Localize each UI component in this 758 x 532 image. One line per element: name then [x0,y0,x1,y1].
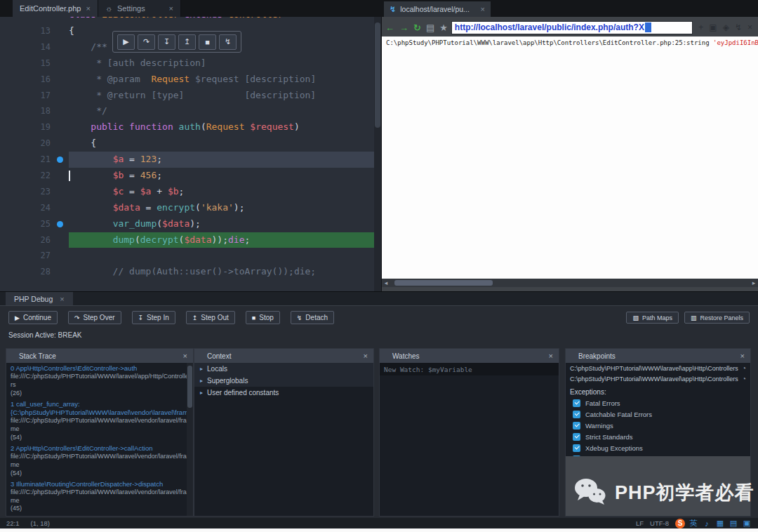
scroll-right-icon[interactable]: ▸ [750,279,758,286]
checkbox-checked[interactable] [573,422,580,430]
lightning-icon[interactable]: ↯ [735,22,742,32]
code-line[interactable]: 18 */ [0,103,381,119]
stop-button[interactable]: ■Stop [246,311,280,324]
breakpoint-gutter[interactable] [51,103,69,119]
continue-button[interactable]: ▶Continue [8,311,58,324]
context-item[interactable]: ▸User defined constants [194,387,373,399]
scrollbar-thumb[interactable] [375,22,380,128]
breakpoint-gutter[interactable] [51,135,69,152]
ime-language-icon[interactable]: 英 [689,519,698,528]
exception-row[interactable]: Xdebug Exceptions [566,442,750,453]
detach-button[interactable]: ↯ [219,34,237,50]
stack-frame[interactable]: 3 Illuminate\Routing\ControllerDispatche… [6,479,193,514]
tab-browser[interactable]: ↯ localhost/laravel/pu... × [384,1,491,17]
breakpoint-gutter[interactable] [51,152,69,168]
code-line[interactable]: 16 * @param Request $request [descriptio… [0,72,381,88]
stack-frame[interactable]: 4 Illuminate\Routing\Route->runControlle… [6,514,193,516]
breakpoint-file-row[interactable]: C:\phpStudy\PHPTutorial\WWW\laravel\app\… [566,373,750,384]
breakpoint-file-row[interactable]: C:\phpStudy\PHPTutorial\WWW\laravel\app\… [566,363,750,373]
refresh-icon[interactable]: ↻ [413,22,421,33]
detach-button[interactable]: ↯Detach [291,311,334,324]
breakpoint-gutter[interactable] [51,23,69,39]
sogou-input-icon[interactable]: S [675,519,685,528]
close-icon[interactable]: × [481,5,485,13]
step-into-button[interactable]: ↧ [158,34,175,50]
step-over-button[interactable]: ↷ [138,34,155,50]
tab-editcontroller-php[interactable]: EditController.php × [13,0,98,17]
star-icon[interactable]: ★ [439,22,448,33]
code-editor[interactable]: class EditController extends Controller … [0,17,381,291]
step-in-button[interactable]: ↧Step In [132,311,175,324]
stack-frame[interactable]: 0 App\Http\Controllers\EditController->a… [6,363,193,399]
breakpoint-gutter[interactable] [51,88,69,104]
close-icon[interactable]: × [740,352,745,360]
print-icon[interactable]: ▣ [709,22,717,32]
mic-icon[interactable]: ♪ [702,519,712,528]
tab-php-debug[interactable]: PHP Debug × [6,292,73,305]
breakpoint-gutter[interactable] [51,39,69,55]
panel-scrollbar[interactable] [187,363,193,516]
breakpoint-gutter[interactable] [51,184,69,200]
code-line[interactable]: 22 $b = 456; [0,168,381,184]
back-icon[interactable]: ← [385,22,394,33]
code-line[interactable]: 24 $data = encrypt('kaka'); [0,200,381,216]
run-button[interactable]: ▶ [117,34,135,50]
breakpoint-gutter[interactable] [51,248,69,264]
breakpoint-gutter[interactable] [51,119,69,135]
close-icon[interactable]: × [183,352,187,360]
path-maps-button[interactable]: ▧Path Maps [626,312,679,324]
exception-row[interactable]: Warnings [566,420,750,431]
breakpoint-gutter[interactable] [51,200,69,216]
code-line[interactable]: 15 * [auth description] [0,55,381,72]
scroll-left-icon[interactable]: ◂ [382,279,390,286]
breakpoint-dot[interactable] [57,157,63,163]
expand-triangle-icon[interactable]: ▸ [200,378,203,384]
close-icon[interactable]: × [168,4,173,13]
toolbox-icon[interactable]: ▣ [742,519,752,528]
close-icon[interactable]: × [364,352,368,360]
checkbox-checked[interactable] [573,433,580,441]
exception-row[interactable]: Strict Standards [566,431,750,442]
editor-scrollbar[interactable] [374,17,381,291]
tools-icon[interactable]: × [747,22,752,32]
breakpoint-options-icon[interactable]: ◔ [742,364,746,372]
breakpoint-gutter[interactable] [51,168,69,184]
step-out-button[interactable]: ↥Step Out [186,311,235,324]
pin-icon[interactable]: ◈ [723,22,729,32]
breakpoint-gutter[interactable] [51,264,69,280]
close-icon[interactable]: × [86,4,90,13]
add-tab-icon[interactable]: + [698,22,703,32]
page-icon[interactable]: ▤ [426,22,434,33]
exception-row[interactable]: Catchable Fatal Errors [566,408,750,420]
code-line[interactable]: 20 { [0,135,381,152]
stack-frame[interactable]: 1 call_user_func_array:{C:\phpStudy\PHPT… [6,399,193,443]
code-line[interactable]: 28 // dump(Auth::user()->toArray());die; [0,264,381,280]
close-icon[interactable]: × [60,295,64,303]
checkbox-checked[interactable] [573,411,580,418]
breakpoint-gutter[interactable] [51,216,69,232]
stop-button[interactable]: ■ [199,34,216,50]
code-line[interactable]: 19 public function auth(Request $request… [0,119,381,135]
code-line[interactable]: 26 dump(decrypt($data));die; [0,232,381,248]
stack-frame[interactable]: 2 App\Http\Controllers\EditController->c… [6,443,193,479]
step-out-button[interactable]: ↥ [178,34,196,50]
breakpoint-dot[interactable] [57,221,63,227]
context-item[interactable]: ▸Superglobals [194,375,373,387]
keyboard-icon[interactable]: ▦ [715,519,725,528]
clipboard-icon[interactable]: ▤ [729,519,738,528]
close-icon[interactable]: × [549,352,553,360]
browser-horizontal-scrollbar[interactable]: ◂ ▸ [382,279,758,287]
context-item[interactable]: ▸Locals [194,363,373,375]
exception-row[interactable]: Fatal Errors [566,397,750,408]
scrollbar-thumb[interactable] [394,280,493,286]
breakpoint-gutter[interactable] [51,55,69,72]
code-line[interactable]: 17 * @return [type] [description] [0,88,381,104]
breakpoint-gutter[interactable] [51,72,69,88]
code-line[interactable]: 23 $c = $a + $b; [0,184,381,200]
code-line[interactable]: 27 [0,248,381,264]
expand-triangle-icon[interactable]: ▸ [200,390,203,396]
step-over-button[interactable]: ↷Step Over [68,311,121,324]
code-line[interactable]: 21 $a = 123; [0,152,381,168]
scrollbar-thumb[interactable] [187,366,192,408]
tab-settings[interactable]: ☼ Settings × [98,0,181,17]
